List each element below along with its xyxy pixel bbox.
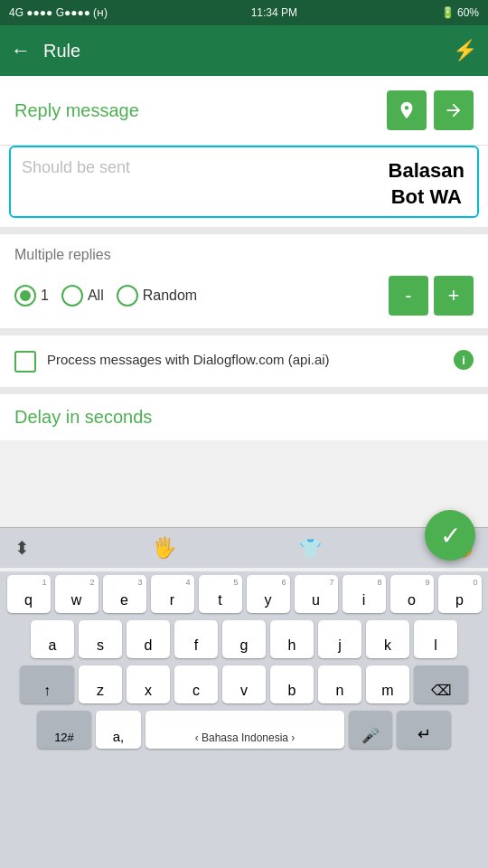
key-m[interactable]: m: [366, 665, 409, 703]
key-spacebar[interactable]: ‹ Bahasa Indonesia ›: [145, 711, 344, 749]
key-mic[interactable]: 🎤: [349, 711, 392, 749]
key-h[interactable]: h: [270, 620, 314, 658]
radio-group: 1 All Random: [14, 285, 197, 307]
key-backspace[interactable]: ⌫: [414, 665, 468, 703]
time: 11:34 PM: [251, 6, 297, 19]
multiple-replies-section: Multiple replies 1 All Random: [0, 234, 488, 335]
key-z[interactable]: z: [79, 665, 122, 703]
status-right: 🔋 60%: [441, 6, 479, 19]
fab-confirm[interactable]: ✓: [425, 510, 475, 561]
header: ← Rule ⚡: [0, 25, 488, 76]
key-q[interactable]: 1q: [7, 575, 51, 613]
key-row-3: ↑ z x c v b n m ⌫: [0, 662, 488, 707]
battery: 🔋 60%: [441, 6, 479, 19]
key-row-2: a s d f g h j k l: [0, 617, 488, 662]
radio-option-random[interactable]: Random: [117, 285, 197, 307]
key-l[interactable]: l: [414, 620, 457, 658]
key-a[interactable]: a: [31, 620, 74, 658]
key-num-switch[interactable]: 12#: [37, 711, 91, 749]
radio-label-all: All: [88, 288, 104, 304]
key-n[interactable]: n: [318, 665, 361, 703]
page-title: Rule: [43, 41, 80, 61]
dialogflow-section: Process messages with Dialogflow.com (ap…: [0, 335, 488, 394]
key-comma-a[interactable]: a,: [96, 711, 141, 749]
key-v[interactable]: v: [222, 665, 266, 703]
radio-label-1: 1: [41, 288, 49, 304]
keyboard-toolbar: ⬍ 🖐 👕 🙂: [0, 527, 488, 568]
key-r[interactable]: 4r: [151, 575, 194, 613]
key-w[interactable]: 2w: [55, 575, 99, 613]
signal-text: 4G ●●●● G●●●●: [9, 6, 90, 19]
key-d[interactable]: d: [127, 620, 170, 658]
increment-button[interactable]: +: [434, 276, 474, 316]
input-section: Should be sent BalasanBot WA: [0, 146, 488, 234]
key-x[interactable]: x: [127, 665, 170, 703]
signal-icon: (ʜ): [93, 6, 108, 19]
key-p[interactable]: 0p: [438, 575, 482, 613]
radio-outer-all: [61, 285, 83, 307]
key-row-4: 12# a, ‹ Bahasa Indonesia › 🎤 ↵: [0, 707, 488, 756]
settings-icon[interactable]: ⚡: [453, 39, 477, 62]
cursor-icon[interactable]: ⬍: [7, 533, 37, 562]
key-row-1: 1q 2w 3e 4r 5t 6y 7u 8i 9o 0p: [0, 571, 488, 617]
header-left: ← Rule: [11, 39, 80, 62]
radio-option-all[interactable]: All: [61, 285, 104, 307]
dialogflow-checkbox[interactable]: [14, 351, 36, 373]
reply-message-label: Reply message: [14, 100, 139, 121]
delay-label: Delay in seconds: [14, 407, 152, 427]
main-content: Reply message Should be sent BalasanBot …: [0, 76, 488, 440]
status-left: 4G ●●●● G●●●● (ʜ): [9, 6, 108, 19]
radio-option-1[interactable]: 1: [14, 285, 49, 307]
key-s[interactable]: s: [79, 620, 122, 658]
radio-outer-random: [117, 285, 138, 307]
forward-button[interactable]: [434, 90, 474, 130]
dialogflow-text: Process messages with Dialogflow.com (ap…: [47, 350, 443, 369]
key-o[interactable]: 9o: [390, 575, 434, 613]
shirt-icon[interactable]: 👕: [292, 533, 329, 562]
hand-icon[interactable]: 🖐: [152, 536, 176, 560]
location-button[interactable]: [387, 90, 427, 130]
radio-inner-1: [20, 290, 31, 301]
fab-checkmark: ✓: [440, 521, 461, 551]
key-y[interactable]: 6y: [247, 575, 290, 613]
back-button[interactable]: ←: [11, 39, 31, 62]
key-enter[interactable]: ↵: [397, 711, 451, 749]
key-u[interactable]: 7u: [295, 575, 338, 613]
delay-section: Delay in seconds: [0, 394, 488, 440]
counter-buttons: - +: [389, 276, 474, 316]
radio-outer-1: [14, 285, 36, 307]
radio-label-random: Random: [143, 288, 197, 304]
key-c[interactable]: c: [174, 665, 218, 703]
key-t[interactable]: 5t: [199, 575, 242, 613]
forward-icon: [444, 100, 464, 120]
key-b[interactable]: b: [270, 665, 314, 703]
location-icon: [397, 100, 417, 120]
key-i[interactable]: 8i: [343, 575, 386, 613]
multiple-replies-title: Multiple replies: [14, 247, 474, 263]
key-j[interactable]: j: [318, 620, 361, 658]
decrement-button[interactable]: -: [389, 276, 428, 316]
key-k[interactable]: k: [366, 620, 409, 658]
status-bar: 4G ●●●● G●●●● (ʜ) 11:34 PM 🔋 60%: [0, 0, 488, 25]
replies-row: 1 All Random - +: [14, 276, 474, 316]
key-g[interactable]: g: [222, 620, 266, 658]
key-e[interactable]: 3e: [103, 575, 146, 613]
info-badge: i: [454, 350, 474, 370]
reply-message-section: Reply message: [0, 76, 488, 146]
reply-icons: [387, 90, 474, 130]
keyboard: 1q 2w 3e 4r 5t 6y 7u 8i 9o 0p a s d f g …: [0, 571, 488, 868]
key-shift[interactable]: ↑: [20, 665, 74, 703]
key-f[interactable]: f: [174, 620, 218, 658]
input-value: BalasanBot WA: [389, 158, 465, 210]
message-input-wrapper[interactable]: Should be sent BalasanBot WA: [9, 146, 479, 218]
